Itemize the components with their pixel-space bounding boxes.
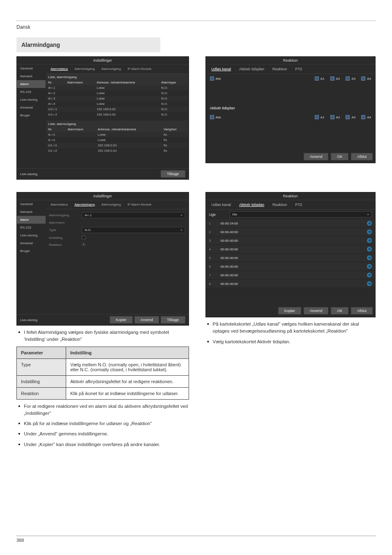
- edit-icon[interactable]: ⚙: [367, 229, 372, 234]
- time-range[interactable]: 00:00-00:00: [221, 247, 367, 251]
- table-row[interactable]: A<-1LokalN.O.: [46, 85, 188, 90]
- subtab[interactable]: Alarmudgang: [99, 202, 124, 207]
- channel-label: A1: [321, 116, 325, 119]
- row-index: 8: [209, 282, 221, 286]
- exit-button[interactable]: Afslut: [351, 153, 373, 160]
- sidebar-item[interactable]: Alarm: [17, 216, 46, 224]
- sidebar-item[interactable]: Bruger: [17, 111, 46, 119]
- subtab[interactable]: Alarmstatus: [48, 66, 70, 72]
- ok-button[interactable]: OK: [331, 153, 348, 160]
- time-range[interactable]: 00:00-00:00: [221, 230, 367, 234]
- channel-checkbox[interactable]: [361, 115, 365, 119]
- edit-icon[interactable]: ⚙: [367, 273, 372, 278]
- table-row[interactable]: U1<-2192.168.0.81N.O.: [46, 112, 188, 117]
- apply-button[interactable]: Anvend: [304, 307, 329, 314]
- channel-checkbox[interactable]: [315, 76, 319, 81]
- time-range[interactable]: 00:00-00:00: [221, 256, 367, 260]
- reaction-gear-icon[interactable]: [82, 243, 85, 246]
- col-header: Alarmnavn: [66, 80, 95, 85]
- time-range[interactable]: 00:00-00:00: [221, 239, 367, 243]
- select-field[interactable]: N.O.▾: [82, 227, 185, 233]
- form-label: Alarmindgang: [49, 213, 82, 217]
- param-desc: Klik på ikonet for at indlæse indstillin…: [66, 387, 189, 399]
- exit-button[interactable]: Afslut: [351, 307, 373, 314]
- sidebar-item[interactable]: Generelt: [17, 65, 46, 72]
- time-range[interactable]: 00:00-00:00: [221, 282, 367, 286]
- select-field[interactable]: A<-1▾: [82, 212, 185, 218]
- reaction-tab[interactable]: Udløs kanal: [209, 66, 234, 72]
- edit-icon[interactable]: ⚙: [367, 281, 372, 286]
- table-row[interactable]: U1<-1192.168.0.81N.O.: [46, 106, 188, 112]
- sidebar-item[interactable]: Advarsel: [17, 239, 46, 247]
- reaction-tab[interactable]: Aktivér tidsplan: [237, 66, 267, 72]
- sidebar-item[interactable]: Netværk: [17, 208, 46, 216]
- sidebar-item[interactable]: Bruger: [17, 247, 46, 255]
- subtab[interactable]: IP Alarm Module: [125, 66, 154, 72]
- subtab[interactable]: Alarmstatus: [48, 202, 70, 207]
- time-range[interactable]: 00:00-00:00: [221, 273, 367, 277]
- reaction-tab[interactable]: Reaktion: [270, 66, 290, 72]
- ok-button[interactable]: OK: [331, 307, 348, 314]
- time-range[interactable]: 00:00-00:00: [221, 265, 367, 268]
- day-select[interactable]: Ma ▾: [230, 211, 372, 217]
- apply-button[interactable]: Anvend: [134, 316, 159, 324]
- reaction-tab[interactable]: Reaktion: [270, 202, 290, 208]
- sidebar-item[interactable]: Live-visning: [17, 96, 46, 104]
- table-row[interactable]: A->1Lokal5s: [46, 132, 188, 137]
- schedule-row: 300:00-00:00⚙: [206, 236, 375, 245]
- sidebar-item[interactable]: Netværk: [17, 72, 46, 80]
- back-button[interactable]: Tilbage: [161, 316, 185, 324]
- check-all[interactable]: [210, 76, 214, 81]
- col-header: Varighed: [162, 127, 187, 132]
- settings-checkbox[interactable]: [82, 236, 85, 239]
- schedule-row: 100:00-24:00⚙: [206, 219, 375, 228]
- time-range[interactable]: 00:00-24:00: [221, 222, 367, 225]
- subtab[interactable]: Alarmindgang: [72, 202, 97, 207]
- copy-button[interactable]: Kopier: [110, 316, 133, 324]
- col-header: Nr.: [46, 80, 66, 85]
- reaction-tab[interactable]: PTZ: [293, 66, 305, 72]
- live-view-label[interactable]: Live-visning: [20, 172, 37, 176]
- reaction-tab[interactable]: Aktivér tidsplan: [237, 202, 267, 208]
- reaction-tab[interactable]: Udløs kanal: [209, 202, 234, 208]
- subtab[interactable]: IP Alarm Module: [125, 202, 154, 207]
- channel-checkbox[interactable]: [330, 115, 334, 119]
- subtab[interactable]: Alarmindgang: [72, 66, 97, 72]
- table-row[interactable]: U1->1192.168.0.815s: [46, 143, 188, 148]
- table-row[interactable]: A->2Lokal5s: [46, 137, 188, 143]
- channel-checkbox[interactable]: [346, 115, 350, 119]
- sidebar-item[interactable]: Generelt: [17, 200, 46, 208]
- apply-button[interactable]: Anvend: [304, 153, 329, 160]
- reaction-tab[interactable]: PTZ: [293, 202, 305, 208]
- channel-checkbox[interactable]: [330, 76, 334, 81]
- col-header: Nr.: [46, 127, 66, 132]
- live-view-label[interactable]: Live-visning: [20, 318, 37, 322]
- sidebar-item[interactable]: Advarsel: [17, 104, 46, 111]
- row-index: 1: [209, 222, 221, 225]
- check-all-2[interactable]: [210, 115, 214, 119]
- edit-icon[interactable]: ⚙: [367, 255, 372, 260]
- subtab[interactable]: Alarmudgang: [99, 66, 124, 72]
- sidebar-item[interactable]: Alarm: [17, 80, 46, 88]
- table-row[interactable]: A<-4LokalN.O.: [46, 101, 188, 106]
- edit-icon[interactable]: ⚙: [367, 221, 372, 226]
- edit-icon[interactable]: ⚙: [367, 264, 372, 269]
- channel-checkbox[interactable]: [315, 115, 319, 119]
- form-label: Type: [49, 228, 82, 232]
- back-button[interactable]: Tilbage: [161, 170, 185, 178]
- sidebar-item[interactable]: RS-232: [17, 224, 46, 231]
- row-index: 3: [209, 239, 221, 243]
- copy-button[interactable]: Kopier: [278, 307, 301, 314]
- param-name: Type: [17, 358, 66, 375]
- table-row[interactable]: U1->2192.168.0.815s: [46, 148, 188, 153]
- channel-checkbox[interactable]: [346, 76, 350, 81]
- edit-icon[interactable]: ⚙: [367, 238, 372, 243]
- sidebar-item[interactable]: Live-visning: [17, 231, 46, 239]
- schedule-row: 700:00-00:00⚙: [206, 271, 375, 280]
- edit-icon[interactable]: ⚙: [367, 247, 372, 252]
- sidebar-item[interactable]: RS-232: [17, 88, 46, 96]
- panel-title: Indstillinger: [17, 192, 189, 200]
- table-row[interactable]: A<-2LokalN.O.: [46, 90, 188, 96]
- channel-checkbox[interactable]: [361, 76, 365, 81]
- table-row[interactable]: A<-3LokalN.O.: [46, 96, 188, 101]
